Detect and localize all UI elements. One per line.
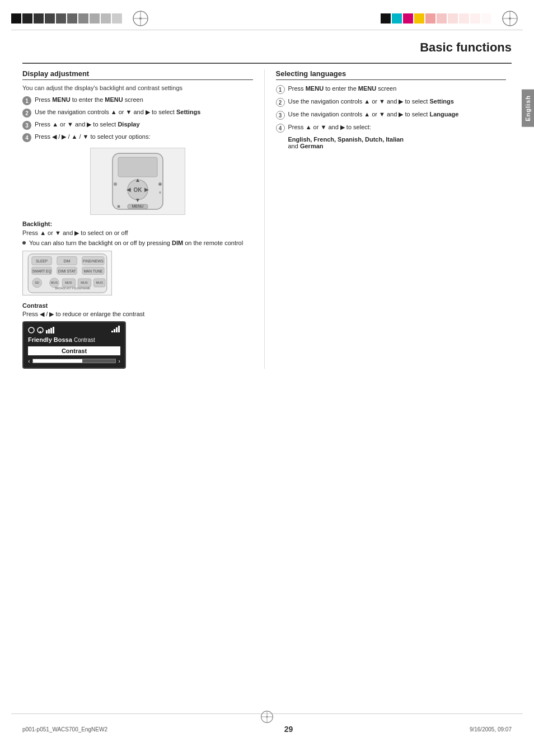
left-column: Display adjustment You can adjust the di…: [22, 69, 264, 369]
svg-rect-52: [50, 328, 52, 334]
color-block: [90, 13, 100, 24]
bottom-compass-icon: [260, 710, 274, 724]
lang-step-num-4: 4: [276, 124, 285, 133]
step-num-3: 3: [22, 121, 31, 130]
lang-step-2-text: Use the navigation controls ▲ or ▼ and ▶…: [288, 97, 507, 106]
footer-page-number: 29: [284, 725, 293, 734]
svg-point-3: [139, 17, 142, 20]
ringer-icon: [37, 327, 44, 334]
svg-text:MUS: MUS: [65, 281, 72, 284]
page-title-area: Basic functions: [0, 30, 534, 60]
svg-rect-54: [111, 331, 113, 332]
svg-rect-9: [118, 157, 157, 177]
lang-step-num-2: 2: [276, 98, 285, 107]
svg-text:▼: ▼: [135, 197, 140, 203]
lang-step-4: 4 Press ▲ or ▼ and ▶ to select:: [276, 123, 507, 133]
left-color-blocks: [11, 13, 122, 24]
svg-text:◀: ◀: [127, 186, 131, 192]
step-2: 2 Use the navigation controls ▲ or ▼ and…: [22, 108, 253, 118]
step-1-text: Press MENU to enter the MENU screen: [35, 96, 253, 104]
color-block: [470, 13, 480, 24]
language-list: English, French, Spanish, Dutch, Italian…: [288, 136, 507, 149]
lang-step-1-text: Press MENU to enter the MENU screen: [288, 84, 507, 93]
step-2-text: Use the navigation controls ▲ or ▼ and ▶…: [35, 108, 253, 116]
svg-text:▲: ▲: [135, 177, 140, 183]
svg-text:SD: SD: [35, 281, 39, 284]
svg-rect-53: [53, 327, 54, 334]
svg-rect-55: [114, 329, 115, 332]
color-block: [45, 13, 55, 24]
backlight-bullet: You can also turn the backlight on or of…: [22, 240, 253, 246]
svg-point-18: [159, 191, 161, 194]
display-adjustment-intro: You can adjust the display's backlight a…: [22, 84, 253, 91]
step-num-1: 1: [22, 96, 31, 105]
svg-text:MUS: MUS: [50, 281, 58, 284]
languages-last: German: [300, 143, 324, 149]
right-arrow: ›: [118, 358, 120, 364]
color-block: [67, 13, 77, 24]
color-block: [11, 13, 21, 24]
contrast-bar: [32, 359, 116, 363]
svg-text:SLEEP: SLEEP: [36, 259, 48, 263]
svg-text:DIMI STAT: DIMI STAT: [58, 269, 75, 273]
backlight-section: Backlight: Press ▲ or ▼ and ▶ to select …: [22, 220, 253, 246]
svg-text:BROADCAST FOLDERNAME: BROADCAST FOLDERNAME: [55, 287, 90, 290]
small-remote-image: SLEEP DIM FIND/NEWS SMART EQ DIMI STAT M…: [22, 251, 112, 295]
color-block: [78, 13, 88, 24]
color-block: [425, 13, 435, 24]
step-3: 3 Press ▲ or ▼ and ▶ to select Display: [22, 120, 253, 130]
remote-control-image: OK ▲ ▼ ◀ ▶ + MENU: [90, 148, 185, 215]
step-4: 4 Press ◀ / ▶ / ▲ / ▼ to select your opt…: [22, 133, 253, 142]
lang-step-1: 1 Press MENU to enter the MENU screen: [276, 84, 507, 94]
color-block: [381, 13, 391, 24]
svg-text:FIND/NEWS: FIND/NEWS: [83, 259, 104, 263]
svg-text:MUS: MUS: [96, 281, 103, 284]
main-content: Display adjustment You can adjust the di…: [0, 64, 534, 369]
contrast-box-header: [28, 326, 120, 334]
svg-point-49: [40, 331, 41, 332]
contrast-title: Contrast: [22, 302, 253, 309]
right-color-blocks: [381, 13, 491, 24]
left-arrow: ‹: [28, 358, 30, 364]
svg-text:OK: OK: [133, 187, 142, 193]
svg-text:DIM: DIM: [63, 259, 70, 263]
color-block: [22, 13, 32, 24]
step-4-text: Press ◀ / ▶ / ▲ / ▼ to select your optio…: [35, 133, 253, 141]
top-bar: [0, 0, 534, 27]
bars-icon: [46, 327, 55, 334]
contrast-display-box: Friendly Bossa Contrast Contrast ‹ ›: [22, 321, 126, 369]
footer-date: 9/16/2005, 09:07: [470, 726, 512, 732]
lang-step-num-1: 1: [276, 85, 285, 94]
svg-text:▶: ▶: [144, 186, 149, 192]
contrast-label: Contrast: [28, 346, 120, 355]
lang-step-3-text: Use the navigation controls ▲ or ▼ and ▶…: [288, 110, 507, 119]
step-1: 1 Press MENU to enter the MENU screen: [22, 96, 253, 105]
color-block: [448, 13, 458, 24]
languages-list: English, French, Spanish, Dutch, Italian: [288, 136, 404, 143]
backlight-bullet-text: You can also turn the backlight on or of…: [29, 240, 243, 246]
svg-text:SMART EQ: SMART EQ: [32, 269, 51, 274]
svg-text:+: +: [158, 181, 162, 187]
signal-icon: [111, 326, 120, 332]
selecting-languages-title: Selecting languages: [276, 69, 507, 80]
contrast-slider-row: ‹ ›: [28, 358, 120, 364]
compass-icon: [132, 10, 149, 27]
lang-step-3: 3 Use the navigation controls ▲ or ▼ and…: [276, 110, 507, 120]
lang-step-4-text: Press ▲ or ▼ and ▶ to select:: [288, 123, 507, 132]
page-title: Basic functions: [22, 40, 512, 55]
right-column: Selecting languages 1 Press MENU to ente…: [264, 69, 507, 369]
english-language-tab: English: [522, 90, 534, 127]
svg-text:MENU: MENU: [132, 204, 143, 208]
friendly-bossa-name: Friendly Bossa Contrast: [28, 336, 120, 343]
svg-text:MUS: MUS: [81, 281, 88, 284]
svg-point-7: [509, 17, 511, 20]
circle-icon: [28, 327, 35, 334]
step-num-4: 4: [22, 133, 31, 142]
svg-rect-56: [116, 327, 118, 332]
backlight-title: Backlight:: [22, 220, 253, 227]
footer-filename: p001-p051_WACS700_EngNEW2: [22, 726, 107, 732]
color-block: [56, 13, 66, 24]
language-steps: 1 Press MENU to enter the MENU screen 2 …: [276, 84, 507, 149]
step-num-2: 2: [22, 109, 31, 118]
small-remote-svg: SLEEP DIM FIND/NEWS SMART EQ DIMI STAT M…: [24, 252, 111, 294]
